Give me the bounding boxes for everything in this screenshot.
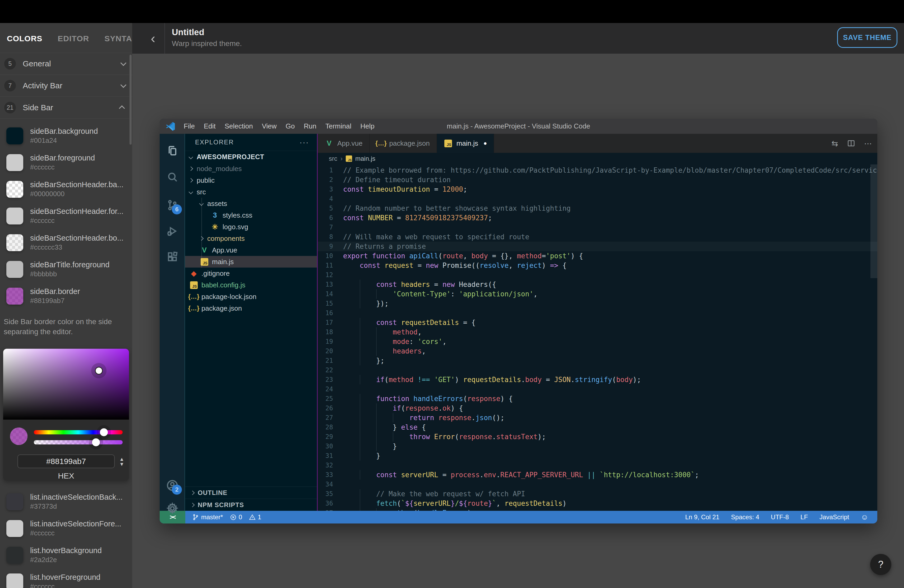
menu-help[interactable]: Help	[356, 122, 379, 130]
back-button[interactable]: ‹	[142, 23, 164, 54]
tree-item-package-json[interactable]: {…}package.json	[185, 302, 317, 314]
split-editor-icon[interactable]	[847, 139, 855, 147]
color-swatch[interactable]	[6, 520, 23, 537]
saturation-area[interactable]	[3, 349, 129, 420]
tree-item-components[interactable]: components	[185, 233, 317, 244]
color-swatch[interactable]	[6, 234, 23, 251]
color-item[interactable]: sideBar.background#001a24	[6, 122, 132, 149]
code-editor[interactable]: 1// Example borrowed from: https://githu…	[318, 164, 877, 511]
git-branch-item[interactable]: master*	[192, 514, 223, 521]
breadcrumb-folder[interactable]: src	[329, 155, 337, 162]
warnings-item[interactable]: 1	[249, 514, 261, 521]
color-item[interactable]: sideBar.border#88199ab7	[6, 283, 132, 309]
feedback-smiley-icon[interactable]: ☺	[861, 513, 868, 522]
color-item[interactable]: sideBarSectionHeader.bo...#cccccc33	[6, 229, 132, 256]
panel-tab-editor[interactable]: EDITOR	[58, 34, 89, 43]
tree-item-src[interactable]: src	[185, 186, 317, 198]
panel-outline[interactable]: OUTLINE	[185, 487, 317, 499]
color-items-list-2: list.inactiveSelectionBack...#37373dlist…	[0, 485, 132, 588]
source-control-icon[interactable]: 6	[160, 193, 185, 217]
color-swatch[interactable]	[6, 127, 23, 144]
section-activity-bar[interactable]: 7Activity Bar	[0, 75, 132, 97]
color-swatch[interactable]	[6, 493, 23, 510]
panel-npm-scripts[interactable]: NPM SCRIPTS	[185, 499, 317, 511]
chevron-down-icon	[189, 155, 193, 159]
explorer-more-icon[interactable]: ···	[299, 138, 309, 147]
color-item[interactable]: list.inactiveSelectionFore...#cccccc	[6, 515, 132, 542]
color-swatch[interactable]	[6, 207, 23, 224]
section-side-bar[interactable]: 21Side Bar	[0, 97, 132, 119]
status-utf-8[interactable]: UTF-8	[771, 514, 789, 521]
menu-file[interactable]: File	[179, 122, 199, 130]
menu-edit[interactable]: Edit	[199, 122, 220, 130]
code-line-28: 28} else {	[318, 422, 877, 432]
color-swatch[interactable]	[6, 261, 23, 278]
settings-gear-icon[interactable]	[160, 496, 185, 520]
breadcrumb[interactable]: src › JS main.js	[318, 153, 877, 164]
color-item[interactable]: sideBarTitle.foreground#bbbbbb	[6, 256, 132, 283]
extensions-icon[interactable]	[160, 245, 185, 269]
color-item[interactable]: sideBar.foreground#cccccc	[6, 149, 132, 176]
color-swatch[interactable]	[6, 181, 23, 198]
files-icon[interactable]	[160, 139, 185, 163]
run-debug-icon[interactable]	[160, 220, 185, 243]
color-swatch[interactable]	[6, 288, 23, 305]
more-actions-icon[interactable]: ⋯	[864, 139, 872, 148]
color-item[interactable]: list.inactiveSelectionBack...#37373d	[6, 488, 132, 515]
tab-package-json[interactable]: {…}package.json	[370, 134, 437, 153]
color-item[interactable]: list.hoverBackground#2a2d2e	[6, 542, 132, 568]
status-lf[interactable]: LF	[800, 514, 808, 521]
tree-item-main-js[interactable]: JSmain.js	[185, 256, 317, 267]
breadcrumb-file[interactable]: main.js	[355, 155, 375, 162]
status-spaces[interactable]: Spaces: 4	[731, 514, 759, 521]
color-item[interactable]: sideBarSectionHeader.ba...#00000000	[6, 176, 132, 202]
tree-item-babel-config-js[interactable]: JSbabel.config.js	[185, 279, 317, 291]
color-swatch[interactable]	[6, 154, 23, 171]
tree-item-label: node_modules	[197, 165, 242, 173]
menu-go[interactable]: Go	[281, 122, 299, 130]
color-item[interactable]: sideBarSectionHeader.for...#cccccc	[6, 202, 132, 229]
stepper-down-icon[interactable]: ▼	[119, 462, 124, 467]
stepper-up-icon[interactable]: ▲	[119, 457, 124, 462]
color-swatch[interactable]	[6, 574, 23, 588]
color-item[interactable]: list.hoverForeground#cccccc	[6, 568, 132, 588]
search-icon[interactable]	[160, 165, 185, 189]
tree-item-app-vue[interactable]: VApp.vue	[185, 244, 317, 256]
tab-main-js[interactable]: JSmain.js●	[437, 134, 494, 153]
status-javascript[interactable]: JavaScript	[819, 514, 849, 521]
errors-item[interactable]: 0	[230, 514, 242, 521]
tree-item-node-modules[interactable]: node_modules	[185, 163, 317, 174]
menu-run[interactable]: Run	[299, 122, 321, 130]
section-general[interactable]: 5General	[0, 53, 132, 75]
alpha-slider[interactable]	[34, 440, 123, 444]
tree-item-logo-svg[interactable]: ✳logo.svg	[185, 221, 317, 233]
tree-item-public[interactable]: public	[185, 174, 317, 186]
tree-item--gitignore[interactable]: ◆.gitignore	[185, 267, 317, 279]
status-ln[interactable]: Ln 9, Col 21	[685, 514, 719, 521]
project-root-row[interactable]: AWESOMEPROJECT	[185, 151, 317, 163]
menu-selection[interactable]: Selection	[220, 122, 258, 130]
line-number: 36	[318, 499, 343, 508]
diff-editor-icon[interactable]: ⇆	[831, 139, 838, 148]
save-theme-button[interactable]: SAVE THEME	[837, 27, 898, 48]
tree-item-styles-css[interactable]: 3styles.css	[185, 209, 317, 221]
alpha-slider-thumb[interactable]	[92, 438, 100, 446]
panel-tab-syntax[interactable]: SYNTAX	[104, 34, 132, 43]
format-stepper[interactable]: ▲▼	[119, 457, 124, 467]
tree-item-package-lock-json[interactable]: {…}package-lock.json	[185, 291, 317, 302]
accounts-icon[interactable]: 2	[160, 474, 185, 497]
panel-scrollbar[interactable]	[130, 55, 132, 145]
color-swatch[interactable]	[6, 547, 23, 564]
modified-dot-icon[interactable]: ●	[484, 140, 487, 147]
tree-item-assets[interactable]: assets	[185, 198, 317, 209]
panel-tab-colors[interactable]: COLORS	[7, 34, 42, 43]
tab-app-vue[interactable]: VApp.vue	[318, 134, 370, 153]
menu-terminal[interactable]: Terminal	[321, 122, 356, 130]
menu-view[interactable]: View	[258, 122, 281, 130]
editor-scrollbar[interactable]	[871, 164, 877, 278]
saturation-thumb[interactable]	[95, 367, 103, 375]
help-button[interactable]: ?	[870, 554, 891, 575]
hue-slider-thumb[interactable]	[100, 428, 108, 436]
hue-slider[interactable]	[34, 430, 123, 435]
hex-input[interactable]	[17, 454, 115, 468]
